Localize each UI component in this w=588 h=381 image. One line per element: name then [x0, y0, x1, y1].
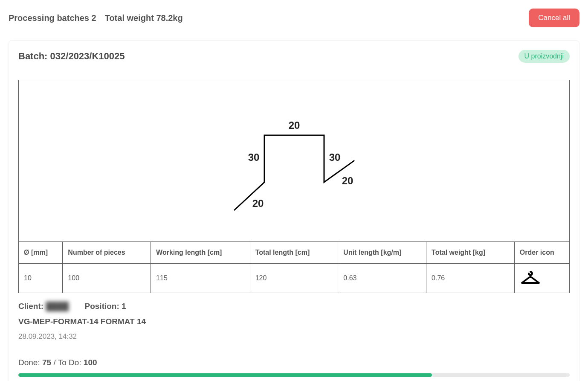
- processing-count: 2: [92, 13, 96, 23]
- batch-title: Batch: 032/2023/K10025: [18, 51, 125, 62]
- batch-card: Batch: 032/2023/K10025 U proizvodnji 20 …: [9, 40, 579, 381]
- done-value: 75: [42, 358, 51, 367]
- position-label: Position:: [85, 302, 119, 311]
- client-label: Client:: [18, 302, 43, 311]
- col-unit-length: Unit length [kg/m]: [338, 242, 426, 264]
- table-header-row: Ø [mm] Number of pieces Working length […: [19, 242, 570, 264]
- batch-id: 032/2023/K10025: [50, 51, 125, 61]
- total-weight-title: Total weight 78.2kg: [105, 13, 183, 23]
- dim-right-vert: 30: [329, 151, 340, 163]
- done-label: Done:: [18, 358, 40, 367]
- progress-sep: /: [53, 358, 55, 367]
- col-working-length: Working length [cm]: [151, 242, 250, 264]
- batch-title-prefix: Batch:: [18, 51, 47, 61]
- progress-bar: [18, 373, 570, 377]
- table-row: 10 100 115 120 0.63 0.76: [19, 264, 570, 293]
- total-weight-value: 78.2kg: [156, 13, 182, 23]
- cell-total-length: 120: [250, 264, 338, 293]
- col-total-weight: Total weight [kg]: [426, 242, 515, 264]
- col-pieces: Number of pieces: [63, 242, 151, 264]
- dim-top: 20: [288, 119, 300, 131]
- cell-pieces: 100: [63, 264, 151, 293]
- dim-left-diag: 20: [252, 198, 264, 209]
- batch-data-table: Ø [mm] Number of pieces Working length […: [18, 241, 570, 293]
- cell-order-icon: [514, 264, 569, 293]
- hanger-icon: [520, 270, 541, 286]
- header-titles: Processing batches 2 Total weight 78.2kg: [9, 13, 183, 23]
- total-weight-label: Total weight: [105, 13, 154, 23]
- page-header: Processing batches 2 Total weight 78.2kg…: [9, 9, 579, 27]
- progress-fill: [18, 373, 432, 377]
- client-position-line: Client: ████ Position: 1: [18, 302, 570, 311]
- col-order-icon: Order icon: [514, 242, 569, 264]
- format-line: VG-MEP-FORMAT-14 FORMAT 14: [18, 317, 570, 326]
- processing-label: Processing batches: [9, 13, 89, 23]
- cell-diameter: 10: [19, 264, 63, 293]
- col-total-length: Total length [cm]: [250, 242, 338, 264]
- todo-value: 100: [84, 358, 97, 367]
- dim-left-vert: 30: [248, 151, 259, 163]
- col-diameter: Ø [mm]: [19, 242, 63, 264]
- bend-diagram: 20 30 30 20 20: [18, 80, 570, 242]
- progress-label: Done: 75 / To Do: 100: [18, 358, 570, 367]
- cancel-all-button[interactable]: Cancel all: [529, 9, 579, 27]
- batch-header-row: Batch: 032/2023/K10025 U proizvodnji: [18, 50, 570, 63]
- cell-total-weight: 0.76: [426, 264, 515, 293]
- status-badge: U proizvodnji: [518, 50, 570, 63]
- processing-batches-title: Processing batches 2: [9, 13, 96, 23]
- position-value: 1: [122, 302, 126, 311]
- timestamp: 28.09.2023, 14:32: [18, 332, 570, 341]
- bend-shape-svg: 20 30 30 20 20: [217, 105, 371, 216]
- meta-block: Client: ████ Position: 1 VG-MEP-FORMAT-1…: [18, 302, 570, 377]
- todo-label: To Do:: [58, 358, 81, 367]
- cell-unit-length: 0.63: [338, 264, 426, 293]
- dim-right-diag: 20: [342, 175, 353, 186]
- cell-working-length: 115: [151, 264, 250, 293]
- client-value: ████: [46, 302, 75, 311]
